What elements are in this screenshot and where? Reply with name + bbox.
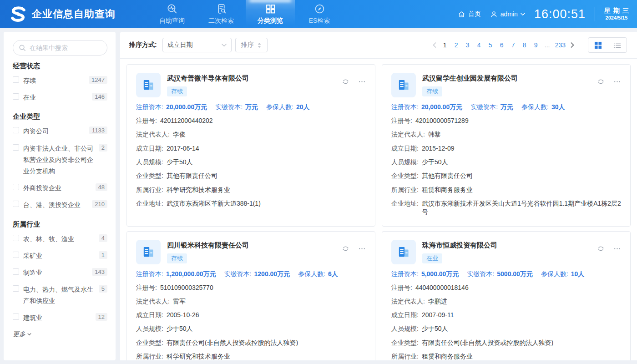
filter-sections: 经营状态 存续 1247 在业 — [13, 62, 107, 327]
next-page-button[interactable] — [569, 42, 576, 48]
filter-option-row[interactable]: 内资非法人企业、非公司私营企业及内资非公司企业分支机构 2 — [13, 140, 107, 180]
field-row: 成立日期: 2015-12-09 — [391, 144, 621, 153]
company-name[interactable]: 武汉奇普微半导体有限公司 — [167, 73, 335, 83]
stat-label: 参保人数: — [266, 103, 293, 111]
status-badge: 存续 — [422, 86, 442, 96]
field-value: 2007-09-11 — [422, 311, 454, 319]
nav-label: 分类浏览 — [258, 17, 283, 25]
checkbox[interactable] — [13, 201, 19, 207]
field-value: 有限责任公司(非自然人投资或控股的法人独资) — [167, 339, 298, 347]
stat-label: 实缴资本: — [215, 103, 243, 111]
stat-value: 万元 — [245, 103, 258, 111]
filter-option-row[interactable]: 制造业 143 — [13, 264, 107, 281]
list-view-button[interactable] — [607, 38, 627, 52]
refresh-icon[interactable] — [341, 77, 350, 86]
more-filters-link[interactable]: 更多 — [13, 330, 107, 339]
sort-field-select[interactable]: 成立日期 — [162, 38, 232, 52]
filter-option-row[interactable]: 农、林、牧、渔业 4 — [13, 231, 107, 248]
refresh-icon[interactable] — [597, 244, 605, 253]
nav-item-self-query[interactable]: 自助查询 — [147, 0, 197, 28]
user-name: admin — [500, 10, 518, 18]
filter-option-count: 143 — [92, 268, 107, 276]
checkbox[interactable] — [13, 235, 19, 241]
checkbox[interactable] — [13, 76, 19, 83]
filter-option-label: 外商投资企业 — [23, 182, 91, 194]
more-options-icon[interactable] — [613, 78, 621, 86]
checkbox[interactable] — [13, 144, 19, 151]
checkbox[interactable] — [13, 268, 19, 275]
page-button[interactable]: 233 — [554, 41, 566, 49]
page-button[interactable]: 1 — [440, 41, 450, 49]
filter-option-row[interactable]: 建筑业 12 — [13, 309, 107, 326]
filter-option-row[interactable]: 外商投资企业 48 — [13, 180, 107, 197]
company-card: 武汉留学生创业园发展有限公司 存续 — [382, 64, 631, 227]
field-row: 人员规模: 少于50人 — [391, 158, 621, 167]
checkbox[interactable] — [13, 285, 19, 292]
clock: 16:00:51 — [534, 7, 586, 21]
user-menu[interactable]: admin — [490, 10, 525, 18]
refresh-icon[interactable] — [341, 244, 350, 253]
checkbox[interactable] — [13, 252, 19, 258]
company-name[interactable]: 四川银米科技有限责任公司 — [167, 240, 335, 250]
card-title-area: 武汉留学生创业园发展有限公司 存续 — [422, 73, 590, 97]
home-button[interactable]: 首页 — [458, 10, 481, 18]
checkbox[interactable] — [13, 93, 19, 100]
filter-option-count: 146 — [92, 93, 107, 101]
checkbox[interactable] — [13, 313, 19, 320]
page-button[interactable]: 4 — [475, 41, 484, 49]
filter-option-label: 内资非法人企业、非公司私营企业及内资非公司企业分支机构 — [23, 143, 95, 177]
grid-view-icon — [594, 41, 602, 49]
field-label: 注册号: — [391, 283, 412, 292]
card-actions — [341, 73, 366, 86]
field-row: 人员规模: 少于50人 — [391, 324, 621, 333]
nav-label: ES检索 — [309, 17, 330, 25]
page-button[interactable]: 6 — [497, 41, 506, 49]
more-options-icon[interactable] — [358, 78, 366, 86]
field-row: 所属行业: 租赁和商务服务业 — [391, 352, 621, 360]
more-options-icon[interactable] — [613, 245, 621, 253]
filter-section-title: 所属行业 — [13, 220, 107, 229]
nav-item-secondary-search[interactable]: 二次检索 — [197, 0, 246, 28]
filter-section: 企业类型 内资公司 1133 内资非法人企业、非公 — [13, 112, 107, 213]
field-row: 成立日期: 2005-10-26 — [136, 311, 366, 319]
refresh-icon[interactable] — [597, 77, 605, 86]
chevron-down-icon — [27, 333, 31, 336]
nav-item-category-browse[interactable]: 分类浏览 — [246, 0, 295, 28]
company-fields: 注册号: 510109000325770 法定代表人: 雷军 成立日期: — [136, 283, 366, 361]
page-button[interactable]: 3 — [463, 41, 472, 49]
company-name[interactable]: 珠海市恒威投资有限公司 — [422, 240, 590, 250]
checkbox[interactable] — [13, 184, 19, 190]
more-options-icon[interactable] — [358, 245, 366, 253]
search-input[interactable] — [30, 44, 101, 51]
page-button[interactable]: 7 — [509, 41, 518, 49]
filter-option-row[interactable]: 采矿业 1 — [13, 248, 107, 264]
prev-page-button[interactable] — [431, 42, 438, 48]
field-row: 企业地址: 武汉市东湖新技术开发区关山大道1号光谷软件园1.1期产业楼A1栋2层… — [391, 199, 621, 217]
company-card: 武汉奇普微半导体有限公司 存续 — [126, 64, 375, 227]
company-cards: 武汉奇普微半导体有限公司 存续 — [120, 59, 637, 360]
filter-option-row[interactable]: 在业 146 — [13, 89, 107, 106]
filter-option-row[interactable]: 内资公司 1133 — [13, 123, 107, 140]
filter-option-row[interactable]: 电力、热力、燃气及水生产和供应业 5 — [13, 281, 107, 309]
field-row: 成立日期: 2017-06-14 — [136, 144, 366, 153]
page-button[interactable]: 5 — [486, 41, 495, 49]
nav-item-es-search[interactable]: ES检索 — [295, 0, 344, 28]
grid-icon — [265, 3, 276, 15]
checkbox[interactable] — [13, 127, 19, 133]
company-name[interactable]: 武汉留学生创业园发展有限公司 — [422, 73, 590, 83]
filter-option-row[interactable]: 存续 1247 — [13, 72, 107, 89]
page-button[interactable]: 2 — [452, 41, 461, 49]
grid-view-button[interactable] — [588, 38, 607, 52]
company-card: 四川银米科技有限责任公司 存续 — [126, 231, 375, 361]
field-value: 420100000571289 — [415, 116, 469, 125]
page-button[interactable]: 9 — [531, 41, 541, 49]
stat-label: 参保人数: — [541, 270, 568, 278]
page-button[interactable]: 8 — [520, 41, 529, 49]
sidebar-search-box — [13, 40, 107, 56]
field-row: 企业地址: 武汉市东西湖区革新大道388-1(1) — [136, 199, 366, 208]
filter-section: 经营状态 存续 1247 在业 — [13, 62, 107, 106]
filter-sidebar: 经营状态 存续 1247 在业 — [4, 32, 116, 360]
filter-option-row[interactable]: 台、港、澳投资企业 210 — [13, 197, 107, 213]
sort-direction-button[interactable]: 排序 — [235, 38, 268, 52]
field-value: 租赁和商务服务业 — [422, 352, 473, 360]
